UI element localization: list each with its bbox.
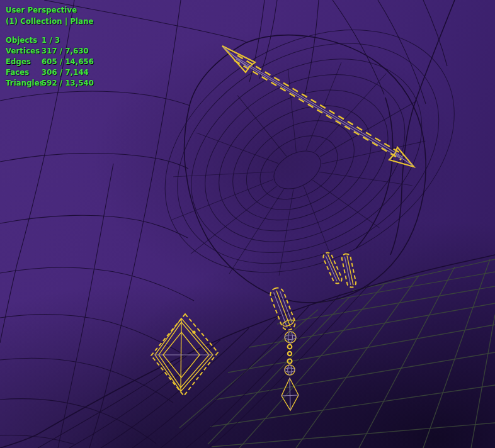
viewport-overlay-info: User Perspective (1) Collection | Plane … (6, 5, 94, 89)
collection-breadcrumb: (1) Collection | Plane (6, 16, 94, 27)
stat-row-vertices: Vertices 317 / 7,630 (6, 46, 94, 57)
stat-label: Triangles (6, 78, 42, 89)
selected-diamond-pendant-earring[interactable] (151, 314, 218, 396)
stat-row-triangles: Triangles 592 / 13,540 (6, 78, 94, 89)
stat-label: Faces (6, 67, 42, 78)
ear-mesh-wireframe (122, 0, 495, 322)
stat-value: 317 / 7,630 (42, 46, 89, 57)
stat-value: 605 / 14,656 (42, 57, 94, 67)
stat-value: 306 / 7,144 (42, 67, 89, 78)
stat-value: 592 / 13,540 (42, 78, 94, 89)
stat-value: 1 / 3 (42, 35, 60, 46)
small-diamond-drop (282, 378, 299, 410)
scene-statistics: Objects 1 / 3 Vertices 317 / 7,630 Edges… (6, 35, 94, 89)
view-name-label: User Perspective (6, 5, 94, 16)
stat-label: Vertices (6, 46, 42, 57)
stat-row-faces: Faces 306 / 7,144 (6, 67, 94, 78)
stat-row-objects: Objects 1 / 3 (6, 35, 94, 46)
selected-arrow-pin-earring[interactable] (222, 46, 414, 167)
selected-stud-cylinder-pair[interactable] (322, 251, 356, 288)
stat-label: Objects (6, 35, 42, 46)
blender-3d-viewport[interactable]: User Perspective (1) Collection | Plane … (0, 0, 495, 448)
stat-row-edges: Edges 605 / 14,656 (6, 57, 94, 67)
stat-label: Edges (6, 57, 42, 67)
floor-grid (179, 259, 495, 448)
